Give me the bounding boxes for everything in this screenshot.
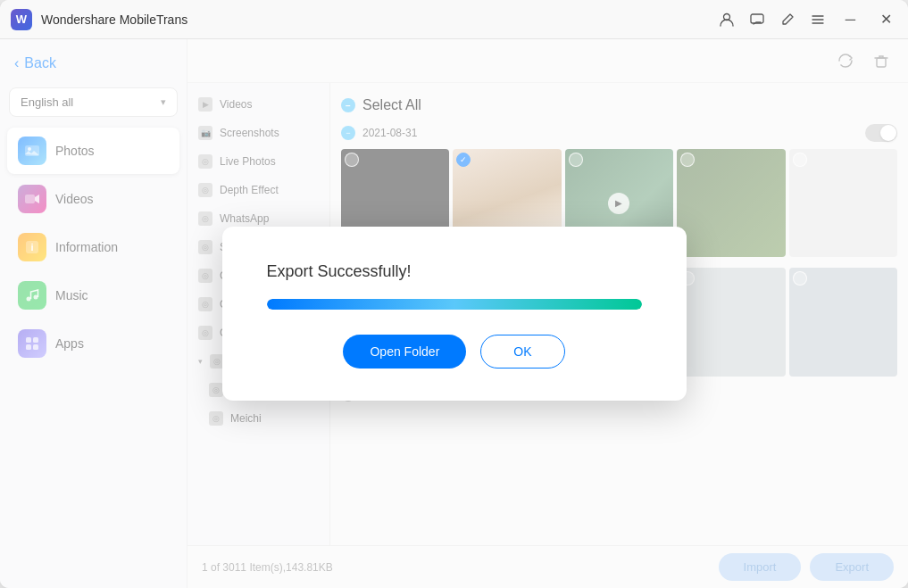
progress-bar-container: [267, 299, 642, 310]
menu-icon[interactable]: [810, 12, 826, 28]
modal-overlay: Export Successfully! Open Folder OK: [0, 39, 908, 588]
main-content: ‹ Back English all ▾ Photos: [0, 39, 908, 588]
modal-buttons: Open Folder OK: [343, 335, 564, 369]
app-title: Wondershare MobileTrans: [41, 12, 187, 27]
close-button[interactable]: ✕: [875, 7, 897, 31]
edit-icon[interactable]: [779, 12, 796, 28]
title-bar: W Wondershare MobileTrans ─ ✕: [0, 0, 908, 39]
app-icon: W: [11, 9, 32, 30]
open-folder-button[interactable]: Open Folder: [343, 335, 466, 369]
minimize-button[interactable]: ─: [840, 8, 861, 31]
modal-title: Export Successfully!: [267, 262, 412, 281]
ok-button[interactable]: OK: [480, 335, 564, 369]
export-success-modal: Export Successfully! Open Folder OK: [222, 227, 687, 401]
message-icon[interactable]: [749, 12, 765, 28]
app-window: W Wondershare MobileTrans ─ ✕ ‹: [0, 0, 908, 588]
title-bar-right: ─ ✕: [719, 7, 897, 31]
progress-bar-fill: [267, 299, 642, 310]
title-bar-left: W Wondershare MobileTrans: [11, 9, 187, 30]
profile-icon[interactable]: [719, 12, 735, 28]
